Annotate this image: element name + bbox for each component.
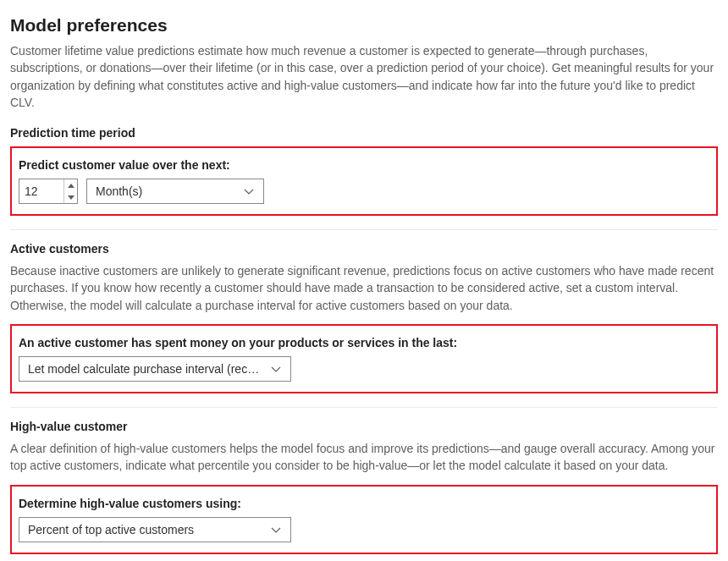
prediction-unit-select[interactable]: Month(s) <box>86 179 264 204</box>
page-intro: Customer lifetime value predictions esti… <box>10 42 718 111</box>
chevron-down-icon <box>270 363 282 375</box>
highlight-prediction-period: Predict customer value over the next: Mo… <box>10 146 718 216</box>
section-divider <box>10 407 718 408</box>
section-title-active: Active customers <box>10 242 718 256</box>
field-label-active: An active customer has spent money on yo… <box>19 336 709 349</box>
highvalue-method-value: Percent of top active customers <box>28 523 194 536</box>
chevron-down-icon <box>243 185 255 197</box>
section-desc-highvalue: A clear definition of high-value custome… <box>10 440 718 475</box>
prediction-unit-value: Month(s) <box>96 184 142 198</box>
field-label-highvalue: Determine high-value customers using: <box>19 497 709 510</box>
prediction-number-stepper[interactable] <box>19 179 78 204</box>
active-interval-select[interactable]: Let model calculate purchase interval (r… <box>19 356 291 382</box>
highlight-active-customers: An active customer has spent money on yo… <box>10 324 718 393</box>
section-desc-active: Because inactive customers are unlikely … <box>10 262 718 314</box>
stepper-down-icon[interactable] <box>64 191 77 203</box>
prediction-number-input[interactable] <box>19 179 63 203</box>
chevron-down-icon <box>270 524 282 536</box>
section-title-prediction: Prediction time period <box>10 126 718 140</box>
section-divider <box>10 229 718 230</box>
active-interval-value: Let model calculate purchase interval (r… <box>28 362 263 376</box>
stepper-up-icon[interactable] <box>64 179 77 191</box>
page-title: Model preferences <box>10 15 718 36</box>
section-title-highvalue: High-value customer <box>10 420 718 433</box>
highlight-high-value: Determine high-value customers using: Pe… <box>10 485 718 554</box>
field-label-prediction: Predict customer value over the next: <box>19 158 709 172</box>
highvalue-method-select[interactable]: Percent of top active customers <box>19 517 291 542</box>
